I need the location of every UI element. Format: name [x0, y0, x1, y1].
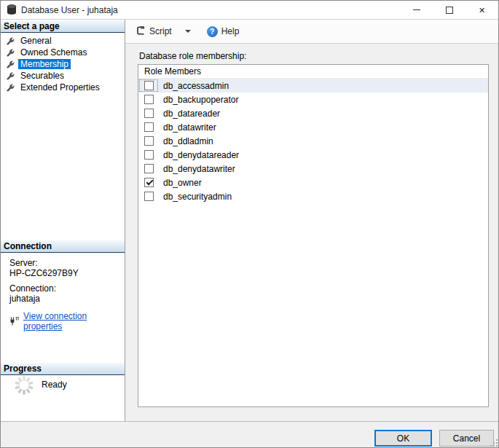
dialog-body: Select a page General Owned Schemas Memb… — [1, 20, 499, 421]
connection-properties-icon — [9, 316, 20, 326]
wrench-icon — [6, 71, 15, 80]
role-row[interactable]: db_owner — [138, 176, 488, 189]
help-button[interactable]: Help — [204, 25, 243, 39]
script-icon — [135, 25, 146, 38]
progress-spinner-icon — [14, 375, 34, 396]
checkbox-cell — [138, 79, 159, 93]
role-row[interactable]: db_accessadmin — [138, 79, 488, 93]
database-role-membership-label: Database role membership: — [139, 51, 246, 61]
script-button[interactable]: Script — [133, 24, 175, 39]
connection-header: Connection — [1, 240, 125, 253]
page-list: General Owned Schemas Membership Securab… — [1, 35, 125, 93]
maximize-icon — [446, 7, 453, 14]
title-bar: Database User - juhataja — [1, 1, 498, 20]
minimize-button[interactable] — [400, 1, 433, 19]
connection-info: Server: HP-CZC6297B9Y Connection: juhata… — [9, 258, 123, 331]
sidebar-item-general[interactable]: General — [1, 35, 125, 47]
checkbox-cell — [138, 134, 159, 148]
role-name: db_owner — [163, 178, 202, 188]
sidebar-item-membership[interactable]: Membership — [1, 58, 125, 70]
wrench-icon — [6, 48, 15, 57]
connection-value: juhataja — [9, 294, 123, 304]
script-button-label: Script — [149, 26, 172, 36]
script-dropdown-button[interactable] — [182, 28, 194, 34]
progress-header: Progress — [1, 363, 125, 375]
role-row[interactable]: db_backupoperator — [138, 93, 488, 106]
role-name: db_datareader — [163, 109, 220, 119]
select-a-page-header: Select a page — [1, 20, 125, 33]
help-button-label: Help — [221, 26, 240, 36]
wrench-icon — [6, 83, 15, 92]
role-checkbox[interactable] — [144, 136, 154, 146]
sidebar-item-owned-schemas[interactable]: Owned Schemas — [1, 47, 125, 58]
sidebar-item-label: Owned Schemas — [18, 47, 89, 58]
view-connection-properties-link[interactable]: View connection properties — [23, 311, 123, 331]
role-checkbox[interactable] — [144, 81, 154, 90]
sidebar-item-securables[interactable]: Securables — [1, 70, 125, 82]
wrench-icon — [6, 60, 15, 68]
role-name: db_securityadmin — [163, 192, 232, 202]
role-checkbox[interactable] — [144, 150, 154, 160]
role-name: db_datawriter — [163, 122, 216, 133]
checkbox-cell — [138, 176, 159, 189]
role-row[interactable]: db_securityadmin — [138, 189, 488, 203]
role-checkbox[interactable] — [144, 122, 154, 132]
checkbox-cell — [138, 162, 159, 176]
role-checkbox[interactable] — [144, 192, 154, 201]
role-name: db_denydatawriter — [163, 164, 235, 174]
sidebar-item-extended-properties[interactable]: Extended Properties — [1, 82, 125, 93]
database-icon — [7, 4, 17, 15]
database-user-dialog: Database User - juhataja Select a page G… — [0, 0, 499, 448]
sidebar-item-label: Securables — [18, 71, 66, 81]
ok-button[interactable]: OK — [374, 430, 432, 447]
close-icon — [479, 5, 485, 15]
role-members-list[interactable]: Role Members db_accessadmin db_backupope… — [138, 64, 489, 407]
close-button[interactable] — [465, 1, 498, 19]
window-title: Database User - juhataja — [21, 5, 118, 15]
sidebar-item-label: General — [18, 36, 54, 46]
role-name: db_backupoperator — [163, 95, 238, 105]
help-icon — [207, 26, 218, 37]
checkbox-cell — [138, 189, 159, 203]
role-row[interactable]: db_datareader — [138, 106, 488, 120]
cancel-button[interactable]: Cancel — [439, 430, 494, 447]
progress-ready-text: Ready — [42, 380, 67, 390]
checkbox-cell — [138, 106, 159, 120]
role-row[interactable]: db_ddladmin — [138, 134, 488, 148]
role-members-column-header: Role Members — [138, 65, 488, 79]
role-row[interactable]: db_denydatawriter — [138, 162, 488, 176]
maximize-button[interactable] — [433, 1, 465, 19]
role-name: db_accessadmin — [163, 81, 229, 91]
checkbox-cell — [138, 93, 159, 106]
progress-status: Ready — [14, 375, 67, 396]
role-name: db_denydatareader — [163, 150, 239, 160]
role-row[interactable]: db_denydatareader — [138, 148, 488, 162]
role-checkbox[interactable] — [144, 164, 154, 173]
role-checkbox[interactable] — [144, 95, 154, 104]
main-pane: Script Help Database role membership: Ro… — [125, 20, 499, 421]
checkbox-cell — [138, 120, 159, 134]
role-name: db_ddladmin — [163, 136, 213, 146]
chevron-down-icon — [185, 30, 191, 33]
wrench-icon — [6, 36, 15, 45]
minimize-icon — [413, 9, 420, 10]
server-label: Server: — [9, 258, 123, 268]
server-value: HP-CZC6297B9Y — [9, 268, 123, 278]
sidebar: Select a page General Owned Schemas Memb… — [1, 20, 125, 421]
sidebar-item-label: Extended Properties — [18, 82, 102, 93]
role-row[interactable]: db_datawriter — [138, 120, 488, 134]
toolbar: Script Help — [125, 20, 499, 44]
role-checkbox[interactable] — [144, 109, 154, 118]
connection-label: Connection: — [9, 283, 123, 294]
checkbox-cell — [138, 148, 159, 162]
resize-grip[interactable] — [490, 439, 498, 447]
role-checkbox[interactable] — [144, 178, 154, 187]
sidebar-item-label: Membership — [18, 59, 71, 69]
footer-bar: OK Cancel — [1, 421, 499, 448]
